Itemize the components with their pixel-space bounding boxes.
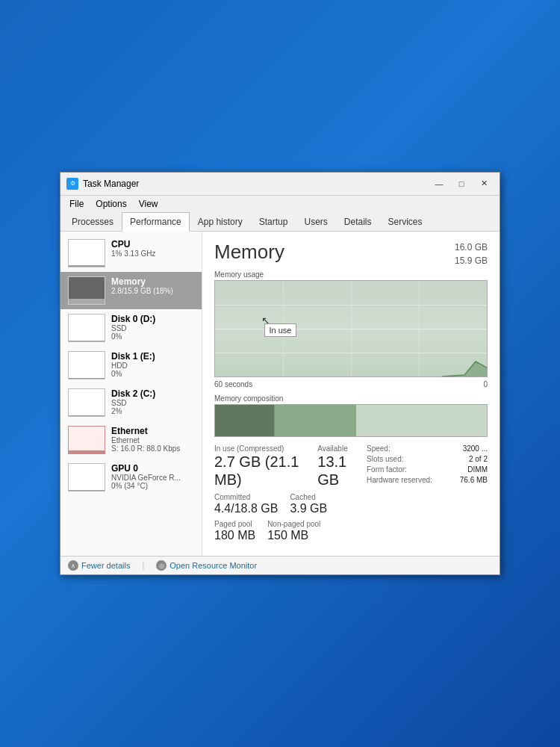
total-gb: 16.0 GB bbox=[455, 241, 488, 254]
in-use-label: In use (Compressed) bbox=[214, 444, 305, 453]
disk2-sub1: SSD bbox=[111, 399, 155, 407]
menu-options[interactable]: Options bbox=[90, 197, 132, 211]
menu-view[interactable]: View bbox=[133, 197, 164, 211]
disk0-info: Disk 0 (D:) SSD 0% bbox=[111, 314, 155, 341]
in-use-value: 2.7 GB (21.1 MB) bbox=[214, 453, 305, 489]
form-label: Form factor: bbox=[367, 465, 407, 474]
disk1-mini-graph bbox=[68, 351, 105, 379]
disk2-info: Disk 2 (C:) SSD 2% bbox=[111, 388, 155, 415]
separator: | bbox=[142, 561, 144, 570]
bottom-bar: ∧ Fewer details | ◎ Open Resource Monito… bbox=[60, 556, 500, 574]
fewer-details-icon: ∧ bbox=[68, 560, 78, 571]
disk0-sub2: 0% bbox=[111, 332, 155, 341]
paged-pool-label: Paged pool bbox=[214, 520, 255, 528]
disk2-name: Disk 2 (C:) bbox=[111, 388, 155, 399]
stats-slots-row: Slots used: 2 of 2 bbox=[367, 455, 488, 463]
memory-name: Memory bbox=[111, 276, 173, 287]
task-manager-window: ⚙ Task Manager — □ ✕ File Options View P… bbox=[60, 172, 500, 575]
window-title: Task Manager bbox=[83, 179, 139, 189]
composition-label: Memory composition bbox=[214, 394, 488, 403]
disk1-name: Disk 1 (E:) bbox=[111, 351, 155, 362]
graph-footer: 60 seconds 0 bbox=[214, 380, 488, 388]
disk0-name: Disk 0 (D:) bbox=[111, 314, 155, 324]
tab-processes[interactable]: Processes bbox=[63, 212, 122, 231]
stats-left: In use (Compressed) 2.7 GB (21.1 MB) Ava… bbox=[214, 444, 361, 542]
memory-mini-graph bbox=[68, 276, 105, 305]
sidebar-item-disk2[interactable]: Disk 2 (C:) SSD 2% bbox=[60, 384, 202, 421]
stat-committed: Committed 4.4/18.8 GB bbox=[214, 493, 278, 515]
in-use-tooltip: In use bbox=[264, 323, 297, 337]
minimize-button[interactable]: — bbox=[429, 177, 449, 190]
ethernet-sub2: S: 16.0 R: 88.0 Kbps bbox=[111, 444, 180, 453]
ethernet-info: Ethernet Ethernet S: 16.0 R: 88.0 Kbps bbox=[111, 426, 180, 453]
gpu0-info: GPU 0 NVIDIA GeForce R... 0% (34 °C) bbox=[111, 463, 181, 490]
fewer-details-button[interactable]: ∧ Fewer details bbox=[68, 560, 130, 571]
gpu0-graph-bar bbox=[69, 490, 105, 491]
open-resource-monitor-button[interactable]: ◎ Open Resource Monitor bbox=[156, 560, 257, 571]
cpu-sub: 1% 3.13 GHz bbox=[111, 249, 155, 258]
menu-file[interactable]: File bbox=[63, 197, 90, 211]
ethernet-sub1: Ethernet bbox=[111, 436, 180, 444]
tab-details[interactable]: Details bbox=[336, 212, 380, 231]
sidebar-item-memory[interactable]: Memory 2.8/15.9 GB (18%) bbox=[60, 272, 202, 309]
tab-services[interactable]: Services bbox=[380, 212, 431, 231]
detail-size-info: 16.0 GB 15.9 GB bbox=[455, 241, 488, 267]
non-paged-value: 150 MB bbox=[267, 528, 320, 542]
maximize-button[interactable]: □ bbox=[452, 177, 471, 190]
stats-form-row: Form factor: DIMM bbox=[367, 465, 488, 474]
slots-label: Slots used: bbox=[367, 455, 403, 463]
time-label: 60 seconds bbox=[214, 380, 252, 388]
disk0-graph-bar bbox=[69, 341, 105, 341]
title-bar: ⚙ Task Manager — □ ✕ bbox=[60, 173, 500, 196]
ethernet-name: Ethernet bbox=[111, 426, 180, 436]
gpu0-sub2: 0% (34 °C) bbox=[111, 482, 181, 490]
tab-app-history[interactable]: App history bbox=[190, 212, 251, 231]
memory-usage-blip bbox=[442, 347, 487, 376]
stat-paged-pool: Paged pool 180 MB bbox=[214, 520, 255, 542]
sidebar-item-gpu0[interactable]: GPU 0 NVIDIA GeForce R... 0% (34 °C) bbox=[60, 459, 202, 496]
composition-bar bbox=[214, 404, 488, 437]
sidebar-item-ethernet[interactable]: Ethernet Ethernet S: 16.0 R: 88.0 Kbps bbox=[60, 421, 202, 459]
memory-usage-label: Memory usage bbox=[214, 270, 488, 279]
memory-graph: ↖ In use bbox=[214, 280, 488, 377]
app-icon: ⚙ bbox=[66, 178, 78, 190]
disk0-mini-graph bbox=[68, 314, 105, 342]
tab-startup[interactable]: Startup bbox=[251, 212, 296, 231]
stat-in-use: In use (Compressed) 2.7 GB (21.1 MB) bbox=[214, 444, 305, 489]
hw-reserved-value: 76.6 MB bbox=[460, 476, 488, 484]
slots-value: 2 of 2 bbox=[469, 455, 488, 463]
tab-users[interactable]: Users bbox=[296, 212, 335, 231]
cpu-graph-bar bbox=[69, 265, 105, 267]
disk1-sub2: 0% bbox=[111, 370, 155, 378]
sidebar-item-cpu[interactable]: CPU 1% 3.13 GHz bbox=[60, 235, 202, 272]
sidebar-item-disk0[interactable]: Disk 0 (D:) SSD 0% bbox=[60, 309, 202, 347]
disk1-info: Disk 1 (E:) HDD 0% bbox=[111, 351, 155, 378]
disk1-sub1: HDD bbox=[111, 362, 155, 370]
cpu-mini-graph bbox=[68, 239, 105, 267]
gpu0-name: GPU 0 bbox=[111, 463, 181, 474]
cached-label: Cached bbox=[290, 493, 327, 501]
title-bar-left: ⚙ Task Manager bbox=[66, 178, 139, 190]
sidebar-item-disk1[interactable]: Disk 1 (E:) HDD 0% bbox=[60, 347, 202, 384]
main-content: CPU 1% 3.13 GHz Memory 2.8/15.9 GB (18%) bbox=[60, 232, 500, 556]
paged-pool-value: 180 MB bbox=[214, 528, 255, 542]
memory-sub: 2.8/15.9 GB (18%) bbox=[111, 287, 173, 295]
speed-label: Speed: bbox=[367, 444, 391, 453]
gpu0-sub1: NVIDIA GeForce R... bbox=[111, 474, 181, 482]
ethernet-mini-graph bbox=[68, 426, 105, 454]
available-label: Available bbox=[317, 444, 361, 453]
stat-non-paged: Non-paged pool 150 MB bbox=[267, 520, 320, 542]
ethernet-graph-bar bbox=[69, 450, 105, 453]
tab-performance[interactable]: Performance bbox=[122, 212, 190, 232]
zero-label: 0 bbox=[483, 380, 488, 388]
stats-right: Speed: 3200 ... Slots used: 2 of 2 Form … bbox=[361, 444, 488, 542]
available-value: 13.1 GB bbox=[317, 453, 361, 489]
stats-hw-row: Hardware reserved: 76.6 MB bbox=[367, 476, 488, 484]
sidebar: CPU 1% 3.13 GHz Memory 2.8/15.9 GB (18%) bbox=[60, 232, 202, 556]
grid-v3 bbox=[419, 281, 420, 376]
disk2-graph-bar bbox=[69, 415, 105, 416]
cpu-name: CPU bbox=[111, 239, 155, 249]
close-button[interactable]: ✕ bbox=[474, 177, 494, 190]
disk1-graph-bar bbox=[69, 378, 105, 379]
detail-header: Memory 16.0 GB 15.9 GB bbox=[214, 241, 488, 267]
